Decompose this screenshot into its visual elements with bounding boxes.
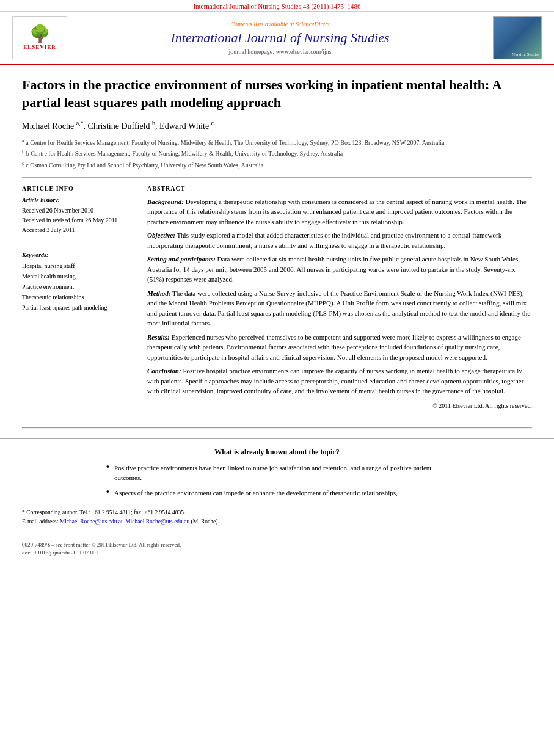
objective-label: Objective: <box>147 231 175 239</box>
body-divider <box>22 427 532 429</box>
corr-author-line: * Corresponding author. Tel.: +61 2 9514… <box>22 508 532 517</box>
corresponding-author-note: * Corresponding author. Tel.: +61 2 9514… <box>0 504 554 526</box>
main-content: Factors in the practice environment of n… <box>0 65 554 421</box>
conclusion-label: Conclusion: <box>147 367 181 374</box>
method-label: Method: <box>147 289 171 297</box>
received-date: Received 26 November 2010 <box>22 206 135 216</box>
keywords-block: Keywords: Hospital nursing staff Mental … <box>22 252 135 313</box>
email-label: E-mail address: <box>22 518 58 525</box>
article-title: Factors in the practice environment of n… <box>22 76 532 111</box>
sciencedirect-link: Contents lists available at ScienceDirec… <box>75 21 486 27</box>
corr-author-email-line: E-mail address: Michael.Roche@uts.edu.au… <box>22 517 532 526</box>
journal-citation-bar: International Journal of Nursing Studies… <box>0 0 554 12</box>
elsevier-logo-box: 🌳 ELSEVIER <box>12 16 67 59</box>
journal-name: International Journal of Nursing Studies <box>75 30 486 46</box>
footer-left: 0020-7489/$ – see front matter © 2011 El… <box>22 541 181 558</box>
callout-section: What is already known about the topic? •… <box>0 438 554 498</box>
right-column: ABSTRACT Background: Developing a therap… <box>147 185 532 410</box>
abstract-header: ABSTRACT <box>147 185 532 192</box>
keyword-1: Hospital nursing staff <box>22 261 135 271</box>
left-column: ARTICLE INFO Article history: Received 2… <box>22 185 135 410</box>
results-label: Results: <box>147 333 170 341</box>
setting-label: Setting and participants: <box>147 255 216 263</box>
journal-citation-text: International Journal of Nursing Studies… <box>193 2 360 10</box>
article-history-block: Article history: Received 26 November 20… <box>22 197 135 235</box>
article-body-columns: ARTICLE INFO Article history: Received 2… <box>22 185 532 410</box>
callout-items-list: • Positive practice environments have be… <box>106 463 448 498</box>
callout-item-1: • Positive practice environments have be… <box>106 463 448 483</box>
info-divider <box>22 244 135 244</box>
bullet-icon-2: • <box>106 487 110 497</box>
keyword-3: Practice environment <box>22 282 135 292</box>
journal-homepage: journal homepage: www.elsevier.com/ijns <box>75 48 486 55</box>
affiliation-b: b b Centre for Health Services Managemen… <box>22 148 532 158</box>
journal-title-center: Contents lists available at ScienceDirec… <box>75 21 486 55</box>
abstract-setting: Setting and participants: Data were coll… <box>147 254 532 285</box>
authors-text: Michael Roche a,*, Christine Duffield b,… <box>22 122 214 131</box>
callout-item-2-text: Aspects of the practice environment can … <box>114 488 398 498</box>
sciencedirect-brand: ScienceDirect <box>296 21 330 27</box>
keyword-4: Therapeutic relationships <box>22 292 135 302</box>
contents-text: Contents lists available at <box>230 21 296 27</box>
affiliation-a: a a Centre for Health Services Managemen… <box>22 137 532 147</box>
article-history-label: Article history: <box>22 197 135 203</box>
affiliation-c: c c Osman Consulting Pty Ltd and School … <box>22 160 532 170</box>
abstract-conclusion: Conclusion: Positive hospital practice e… <box>147 366 532 396</box>
nursing-studies-label: Nursing Studies <box>512 52 539 57</box>
keyword-2: Mental health nursing <box>22 271 135 282</box>
keywords-label: Keywords: <box>22 252 135 258</box>
method-text: The data were collected using a Nurse Su… <box>147 289 530 327</box>
abstract-objective: Objective: This study explored a model t… <box>147 230 532 250</box>
nursing-studies-cover: Nursing Studies <box>493 16 542 59</box>
elsevier-tree-icon: 🌳 <box>29 26 51 43</box>
abstract-results: Results: Experienced nurses who perceive… <box>147 332 532 363</box>
affiliations-block: a a Centre for Health Services Managemen… <box>22 137 532 170</box>
abstract-method: Method: The data were collected using a … <box>147 288 532 329</box>
keywords-list: Hospital nursing staff Mental health nur… <box>22 261 135 313</box>
corr-author-asterisk-note: * Corresponding author. Tel.: +61 2 9514… <box>22 509 185 515</box>
email-address-link: Michael.Roche@uts.edu.au <box>125 518 189 525</box>
article-info-header: ARTICLE INFO <box>22 185 135 192</box>
callout-item-2: • Aspects of the practice environment ca… <box>106 488 448 498</box>
author-name-parens: (M. Roche). <box>191 518 219 525</box>
article-dates: Received 26 November 2010 Received in re… <box>22 206 135 235</box>
abstract-background: Background: Developing a therapeutic rel… <box>147 197 532 227</box>
callout-item-1-text: Positive practice environments have been… <box>114 463 448 483</box>
elsevier-wordmark: ELSEVIER <box>23 44 56 50</box>
conclusion-text: Positive hospital practice environments … <box>147 367 523 394</box>
objective-text: This study explored a model that added c… <box>147 231 501 249</box>
page-footer: 0020-7489/$ – see front matter © 2011 El… <box>0 536 554 562</box>
keyword-5: Partial least squares path modeling <box>22 302 135 313</box>
accepted-date: Accepted 3 July 2011 <box>22 225 135 235</box>
background-label: Background: <box>147 198 184 205</box>
bullet-icon-1: • <box>106 462 110 472</box>
journal-header: 🌳 ELSEVIER Contents lists available at S… <box>0 12 554 65</box>
elsevier-logo-container: 🌳 ELSEVIER <box>12 16 67 59</box>
email-address: Michael.Roche@uts.edu.au <box>60 518 124 525</box>
callout-title: What is already known about the topic? <box>106 448 448 457</box>
footer-doi: doi:10.1016/j.ijnurstu.2011.07.001 <box>22 549 181 558</box>
abstract-block: Background: Developing a therapeutic rel… <box>147 197 532 410</box>
callout-box: What is already known about the topic? •… <box>106 448 448 498</box>
background-text: Developing a therapeutic relationship wi… <box>147 198 527 225</box>
received-revised-date: Received in revised form 26 May 2011 <box>22 216 135 225</box>
results-text: Experienced nurses who perceived themsel… <box>147 333 521 361</box>
header-divider <box>22 177 532 178</box>
copyright-line: © 2011 Elsevier Ltd. All rights reserved… <box>147 401 532 410</box>
authors-line: Michael Roche a,*, Christine Duffield b,… <box>22 120 532 131</box>
footer-issn: 0020-7489/$ – see front matter © 2011 El… <box>22 541 181 550</box>
